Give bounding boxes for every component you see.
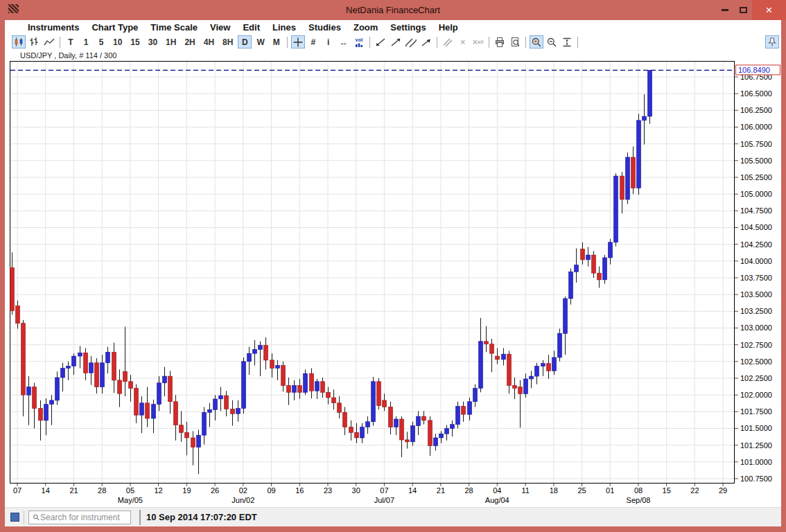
- timeframe-button-1H[interactable]: 1H: [162, 35, 180, 48]
- menu-item-view[interactable]: View: [204, 21, 236, 33]
- print-button[interactable]: [493, 35, 507, 48]
- timeframe-button-30[interactable]: 30: [145, 35, 161, 48]
- timeframe-button-10[interactable]: 10: [110, 35, 125, 48]
- svg-text:07: 07: [13, 486, 21, 495]
- minimize-button[interactable]: [716, 0, 734, 20]
- svg-text:104.0000: 104.0000: [740, 257, 772, 265]
- status-bar: 10 Sep 2014 17:07:20 EDT: [5, 507, 781, 526]
- connection-status-icon[interactable]: [10, 513, 19, 522]
- svg-text:May/05: May/05: [118, 496, 143, 504]
- channel-button[interactable]: [404, 35, 418, 48]
- menu-item-time-scale[interactable]: Time Scale: [144, 21, 204, 33]
- menu-item-zoom[interactable]: Zoom: [347, 21, 384, 33]
- menu-item-help[interactable]: Help: [433, 21, 464, 33]
- print-icon: [494, 37, 505, 48]
- toolbar-separator: [369, 37, 370, 48]
- close-icon: ×: [766, 4, 773, 16]
- candlestick-chart[interactable]: 106.7500106.5000106.2500106.0000105.7500…: [10, 61, 780, 507]
- timeframe-button-D[interactable]: D: [238, 35, 252, 48]
- toolbar-separator: [437, 37, 437, 48]
- svg-text:Sep/08: Sep/08: [627, 496, 651, 504]
- timeframe-button-5[interactable]: 5: [94, 35, 108, 48]
- crosshair-icon: [292, 37, 304, 48]
- svg-text:102.0000: 102.0000: [740, 391, 772, 399]
- channel-icon: [405, 37, 417, 48]
- divider: [139, 510, 141, 525]
- svg-text:106.8490: 106.8490: [738, 66, 770, 74]
- fit-scale-button[interactable]: [560, 35, 574, 48]
- zoom-out-icon: [546, 37, 557, 48]
- parallel-lines-button[interactable]: [441, 35, 455, 48]
- menu-item-lines[interactable]: Lines: [266, 21, 302, 33]
- timeframe-button-T[interactable]: T: [64, 35, 78, 48]
- timeframe-button-1[interactable]: 1: [79, 35, 93, 48]
- timeframe-button-15[interactable]: 15: [127, 35, 143, 48]
- crosshair-button[interactable]: [291, 35, 305, 48]
- search-input[interactable]: [40, 513, 127, 522]
- menu-item-studies[interactable]: Studies: [302, 21, 347, 33]
- print-preview-button[interactable]: [508, 35, 522, 48]
- svg-text:102.7500: 102.7500: [740, 341, 772, 349]
- timeframe-button-2H[interactable]: 2H: [181, 35, 198, 48]
- svg-text:102.2500: 102.2500: [740, 374, 772, 382]
- svg-text:09: 09: [267, 486, 275, 495]
- svg-text:104.5000: 104.5000: [740, 223, 772, 231]
- line-chart-button[interactable]: [42, 35, 56, 48]
- svg-text:14: 14: [408, 486, 417, 495]
- svg-text:105.7500: 105.7500: [740, 140, 772, 148]
- toolbar-separator: [60, 37, 60, 48]
- svg-text:22: 22: [690, 486, 699, 495]
- info-button[interactable]: i: [322, 35, 335, 48]
- zoom-out-button[interactable]: [545, 35, 559, 48]
- svg-text:105.0000: 105.0000: [740, 190, 772, 198]
- search-icon: [33, 513, 40, 522]
- volume-button[interactable]: vol: [352, 35, 366, 48]
- trendline-icon: [375, 37, 386, 48]
- ohlc-bars-icon: [28, 37, 40, 48]
- title-bar[interactable]: NetDania FinanceChart ×: [0, 0, 786, 20]
- trendline-right-button[interactable]: [389, 35, 403, 48]
- svg-text:106.0000: 106.0000: [740, 123, 772, 131]
- grid-button[interactable]: #: [306, 35, 320, 48]
- chart-region: 106.7500106.5000106.2500106.0000105.7500…: [5, 61, 781, 507]
- delete-line-button[interactable]: ×: [456, 35, 470, 48]
- svg-text:21: 21: [69, 486, 78, 495]
- clock-timestamp: 10 Sep 2014 17:07:20 EDT: [146, 512, 257, 522]
- search-box[interactable]: [28, 511, 131, 524]
- svg-text:16: 16: [295, 486, 304, 495]
- menu-item-instruments[interactable]: Instruments: [21, 21, 85, 33]
- toolbar-separator: [577, 37, 578, 48]
- svg-text:28: 28: [98, 486, 106, 495]
- svg-text:105.2500: 105.2500: [740, 173, 772, 181]
- pin-button[interactable]: [765, 35, 779, 48]
- menu-item-chart-type[interactable]: Chart Type: [85, 21, 144, 33]
- timeframe-button-M[interactable]: M: [270, 35, 283, 48]
- toolbar-separator: [489, 37, 489, 48]
- ohlc-bars-button[interactable]: [27, 35, 41, 48]
- menu-item-edit[interactable]: Edit: [236, 21, 266, 33]
- minimize-icon: [722, 9, 728, 11]
- timeframe-button-W[interactable]: W: [253, 35, 268, 48]
- menu-item-settings[interactable]: Settings: [384, 21, 432, 33]
- fit-scale-icon: [561, 37, 573, 48]
- svg-text:08: 08: [634, 486, 643, 495]
- maximize-button[interactable]: [734, 0, 752, 20]
- arrow-button[interactable]: [419, 35, 433, 48]
- timeframe-button-8H[interactable]: 8H: [219, 35, 236, 48]
- zoom-in-button[interactable]: [530, 35, 543, 48]
- candlestick-chart-button[interactable]: [12, 35, 26, 48]
- svg-text:102.5000: 102.5000: [740, 357, 772, 366]
- toolbar: T151015301H2H4H8HDWM#i↔vol××all: [5, 34, 781, 50]
- svg-text:23: 23: [324, 486, 332, 495]
- horizontal-scroll-button[interactable]: ↔: [337, 35, 351, 48]
- zoom-in-icon: [531, 37, 542, 48]
- trendline-button[interactable]: [374, 35, 387, 48]
- timeframe-button-4H[interactable]: 4H: [200, 35, 218, 48]
- delete-all-lines-button[interactable]: ×all: [471, 35, 485, 48]
- svg-text:101.7500: 101.7500: [740, 407, 772, 416]
- volume-icon: vol: [353, 37, 365, 48]
- svg-text:Jul/07: Jul/07: [374, 496, 394, 504]
- svg-text:29: 29: [719, 486, 727, 495]
- toolbar-separator: [287, 37, 288, 48]
- close-button[interactable]: ×: [752, 0, 786, 20]
